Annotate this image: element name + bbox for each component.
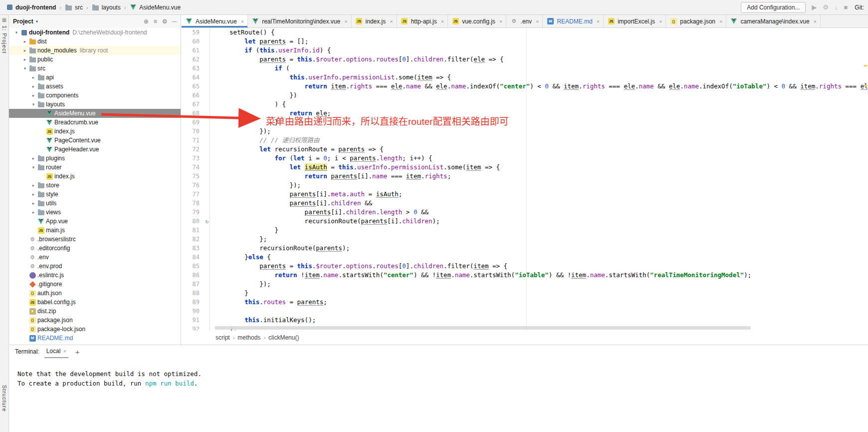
tree-item-store[interactable]: ▸store [9,181,181,190]
line-number[interactable]: 87 [182,280,210,289]
line-number[interactable]: 67 [182,100,210,109]
line-number[interactable]: 66 [182,91,210,100]
recursive-call-icon[interactable]: ↻ [205,217,209,226]
tree-item-.browserslistrc[interactable]: ⚙.browserslistrc [9,235,181,244]
tree-item-index.js[interactable]: JSindex.js [9,127,181,136]
tree-item-views[interactable]: ▸views [9,208,181,217]
line-number[interactable]: 80↻ [182,217,210,226]
tree-item-style[interactable]: ▸style [9,190,181,199]
chevron-closed-icon[interactable]: ▸ [21,48,28,53]
tool-button-structure[interactable]: Structure [1,385,7,412]
line-number[interactable]: 62 [182,55,210,64]
chevron-open-icon[interactable]: ▾ [30,165,37,170]
chevron-closed-icon[interactable]: ▸ [30,84,37,89]
line-number[interactable]: 68 [182,109,210,118]
tree-item-layouts[interactable]: ▾layouts [9,100,181,109]
tree-item-App.vue[interactable]: App.vue [9,217,181,226]
line-number[interactable]: 73 [182,154,210,163]
settings-icon[interactable]: ⚙ [823,4,829,10]
update-icon[interactable]: ↓ [835,4,838,10]
tree-item-duoji-frontend[interactable]: ▾duoji-frontendD:\zheheWeb\duoji-fronten… [9,28,181,37]
line-number[interactable]: 63 [182,64,210,73]
line-number[interactable]: 71 [182,136,210,145]
terminal-output[interactable]: Note that the development build is not o… [9,358,868,388]
error-stripe-mark[interactable] [864,65,867,66]
line-number[interactable]: 59 [182,28,210,37]
tree-item-.env.prod[interactable]: ⚙.env.prod [9,262,181,271]
tree-item-package.json[interactable]: {}package.json [9,316,181,325]
tree-item-auth.json[interactable]: {}auth.json [9,289,181,298]
breadcrumb-item-src[interactable]: src [63,3,84,12]
close-icon[interactable]: × [441,18,444,24]
editor-breadcrumb-script[interactable]: script [216,334,230,341]
line-number[interactable]: 82 [182,235,210,244]
tree-item-package-lock.json[interactable]: {}package-lock.json [9,325,181,334]
horizontal-scrollbar[interactable] [215,326,751,330]
chevron-closed-icon[interactable]: ▸ [30,192,37,197]
line-number[interactable]: 84 [182,253,210,262]
editor-tab-README.md[interactable]: MREADME.md× [543,15,604,27]
editor-tab-importExcel.js[interactable]: JSimportExcel.js× [604,15,666,27]
tree-item-dist.zip[interactable]: zdist.zip [9,307,181,316]
tree-item-utils[interactable]: ▸utils [9,199,181,208]
line-number[interactable]: 90 [182,307,210,316]
tree-item-babel.config.js[interactable]: JSbabel.config.js [9,298,181,307]
tree-item-dist[interactable]: ▸dist [9,37,181,46]
line-number[interactable]: 61 [182,46,210,55]
close-icon[interactable]: × [536,18,539,24]
line-number[interactable]: 76 [182,181,210,190]
line-number[interactable]: 65 [182,82,210,91]
breadcrumb-item-duoji-frontend[interactable]: duoji-frontend [4,3,57,12]
chevron-closed-icon[interactable]: ▸ [30,210,37,215]
gear-icon[interactable]: ⚙ [162,18,168,25]
close-icon[interactable]: × [597,18,600,24]
chevron-closed-icon[interactable]: ▸ [30,75,37,80]
project-panel-title[interactable]: Project [13,18,33,25]
chevron-closed-icon[interactable]: ▸ [21,39,28,44]
run-icon[interactable]: ▶ [812,4,817,10]
tree-item-api[interactable]: ▸api [9,73,181,82]
tree-item-index.js[interactable]: JSindex.js [9,172,181,181]
chevron-down-icon[interactable]: ▾ [36,19,38,24]
tree-item-node_modules[interactable]: ▸node_moduleslibrary root [9,46,181,55]
tree-item-PageHeader.vue[interactable]: PageHeader.vue [9,145,181,154]
new-terminal-button[interactable]: + [75,348,80,356]
line-number[interactable]: 92 [182,325,210,331]
close-icon[interactable]: × [344,18,347,24]
hide-icon[interactable]: ─ [172,18,177,25]
editor-breadcrumb-methods[interactable]: methods [237,334,260,341]
tree-item-.editorconfig[interactable]: ⚙.editorconfig [9,244,181,253]
close-icon[interactable]: × [390,18,393,24]
line-number[interactable]: 64 [182,73,210,82]
tree-item-public[interactable]: ▸public [9,55,181,64]
editor-tab-package.json[interactable]: {}package.json× [666,15,726,27]
stop-icon[interactable]: ■ [844,4,848,10]
editor-tab-index.js[interactable]: JSindex.js× [352,15,397,27]
line-number[interactable]: 69 [182,118,210,127]
tree-item-Breadcrumb.vue[interactable]: Breadcrumb.vue [9,118,181,127]
line-number[interactable]: 75 [182,172,210,181]
tree-item-.env[interactable]: ⚙.env [9,253,181,262]
chevron-open-icon[interactable]: ▾ [13,30,20,35]
editor-tab-.env[interactable]: ⚙.env× [506,15,543,27]
terminal-tab-local[interactable]: Local × [44,345,68,358]
code-area[interactable]: 59setRoute() {60let parents = [];61if (t… [182,28,868,331]
error-stripe-mark[interactable] [864,85,867,86]
close-icon[interactable]: × [63,348,66,354]
close-icon[interactable]: × [499,18,502,24]
chevron-closed-icon[interactable]: ▸ [30,156,37,161]
tree-item-.gitignore[interactable]: .gitignore [9,280,181,289]
add-configuration-button[interactable]: Add Configuration... [741,2,806,13]
line-number[interactable]: 83 [182,244,210,253]
line-number[interactable]: 89 [182,298,210,307]
tree-item-main.js[interactable]: JSmain.js [9,226,181,235]
tree-item-AsideMenu.vue[interactable]: AsideMenu.vue [9,109,181,118]
collapse-all-icon[interactable]: ≡ [154,18,157,25]
editor-tab-realTimeMonitoring\index.vue[interactable]: realTimeMonitoring\index.vue× [248,15,351,27]
tree-item-src[interactable]: ▾src [9,64,181,73]
tree-item-components[interactable]: ▸components [9,91,181,100]
line-number[interactable]: 85 [182,262,210,271]
tree-item-router[interactable]: ▾router [9,163,181,172]
line-number[interactable]: 88 [182,289,210,298]
editor-tab-http-api.js[interactable]: JShttp-api.js× [397,15,448,27]
